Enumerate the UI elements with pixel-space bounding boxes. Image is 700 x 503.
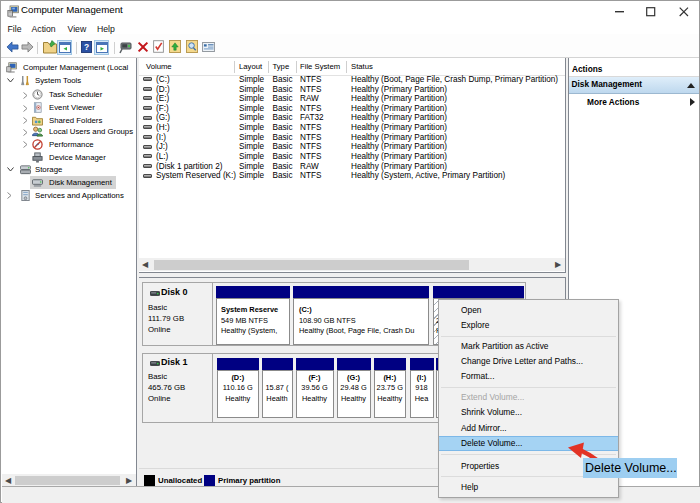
svg-text:?: ?	[84, 42, 89, 52]
